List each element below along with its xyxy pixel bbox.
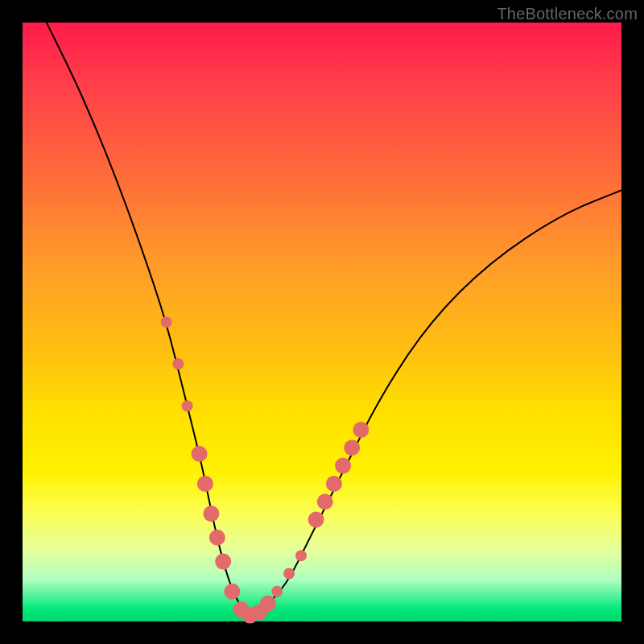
watermark-label: TheBottleneck.com	[497, 5, 638, 23]
plot-area	[23, 23, 621, 621]
